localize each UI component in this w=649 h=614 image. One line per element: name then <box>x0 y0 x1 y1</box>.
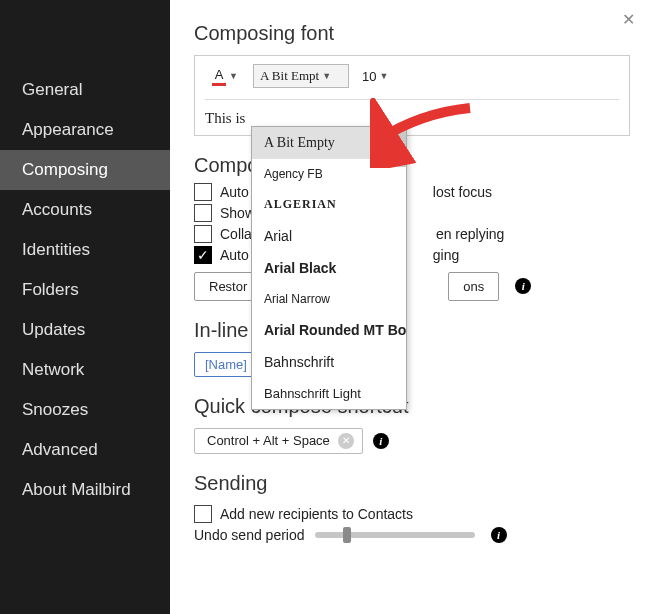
font-option[interactable]: Arial Rounded MT Bold <box>252 314 406 346</box>
add-recipients-checkbox[interactable] <box>194 505 212 523</box>
undo-send-slider[interactable] <box>315 532 475 538</box>
compose-option-label-post: lost focus <box>433 184 492 200</box>
sidebar-item-network[interactable]: Network <box>0 350 170 390</box>
compose-option-label-post: ging <box>433 247 459 263</box>
clear-shortcut-icon[interactable]: ✕ <box>338 433 354 449</box>
section-title-font: Composing font <box>194 22 625 45</box>
chevron-down-icon: ▼ <box>322 71 331 81</box>
font-family-select[interactable]: A Bit Empt ▼ <box>253 64 349 88</box>
info-icon[interactable]: i <box>491 527 507 543</box>
shortcut-field[interactable]: Control + Alt + Space ✕ <box>194 428 363 454</box>
font-option[interactable]: Bahnschrift <box>252 346 406 378</box>
slider-thumb[interactable] <box>343 527 351 543</box>
font-preview: This is <box>205 99 619 127</box>
compose-option-label-pre: Auto <box>220 247 249 263</box>
compose-option-label-pre: Show <box>220 205 255 221</box>
font-option[interactable]: ALGERIAN <box>252 189 406 220</box>
font-option[interactable]: Arial <box>252 220 406 252</box>
sidebar-item-updates[interactable]: Updates <box>0 310 170 350</box>
font-color-icon: A <box>212 67 226 86</box>
compose-option-checkbox[interactable] <box>194 183 212 201</box>
sidebar-item-advanced[interactable]: Advanced <box>0 430 170 470</box>
compose-option-checkbox[interactable] <box>194 204 212 222</box>
sending-section: Sending Add new recipients to Contacts U… <box>194 472 625 543</box>
sidebar-item-general[interactable]: General <box>0 70 170 110</box>
close-button[interactable]: ✕ <box>622 10 635 29</box>
compose-option-label-post: en replying <box>436 226 505 242</box>
font-option[interactable]: Arial Narrow <box>252 284 406 314</box>
add-recipients-label: Add new recipients to Contacts <box>220 506 413 522</box>
font-size-select[interactable]: 10 ▼ <box>357 65 393 88</box>
font-option[interactable]: A Bit Empty <box>252 127 406 159</box>
sidebar-item-identities[interactable]: Identities <box>0 230 170 270</box>
sidebar-item-about-mailbird[interactable]: About Mailbird <box>0 470 170 510</box>
font-option[interactable]: Bahnschrift Light <box>252 378 406 409</box>
main-panel: ✕ Composing font A ▼ A Bit Empt ▼ 10 ▼ T… <box>170 0 649 614</box>
section-title-sending: Sending <box>194 472 625 495</box>
sidebar-item-composing[interactable]: Composing <box>0 150 170 190</box>
compose-option-checkbox[interactable] <box>194 225 212 243</box>
options-button[interactable]: ons <box>448 272 499 301</box>
scrollbar-thumb[interactable] <box>396 127 406 167</box>
sidebar-item-appearance[interactable]: Appearance <box>0 110 170 150</box>
font-option[interactable]: Arial Black <box>252 252 406 284</box>
font-panel: A ▼ A Bit Empt ▼ 10 ▼ This is <box>194 55 630 136</box>
font-color-button[interactable]: A ▼ <box>205 64 245 89</box>
compose-option-checkbox[interactable]: ✓ <box>194 246 212 264</box>
compose-option-label-pre: Colla <box>220 226 252 242</box>
info-icon[interactable]: i <box>515 278 531 294</box>
chevron-down-icon: ▼ <box>229 71 238 81</box>
inline-name-tag[interactable]: [Name] <box>194 352 258 377</box>
font-option[interactable]: Agency FB <box>252 159 406 189</box>
compose-option-label-pre: Auto <box>220 184 249 200</box>
info-icon[interactable]: i <box>373 433 389 449</box>
chevron-down-icon: ▼ <box>379 71 388 81</box>
sidebar: GeneralAppearanceComposingAccountsIdenti… <box>0 0 170 614</box>
font-family-dropdown[interactable]: A Bit EmptyAgency FBALGERIANArialArial B… <box>251 126 407 410</box>
sidebar-item-accounts[interactable]: Accounts <box>0 190 170 230</box>
sidebar-item-snoozes[interactable]: Snoozes <box>0 390 170 430</box>
undo-send-label: Undo send period <box>194 527 305 543</box>
sidebar-item-folders[interactable]: Folders <box>0 270 170 310</box>
